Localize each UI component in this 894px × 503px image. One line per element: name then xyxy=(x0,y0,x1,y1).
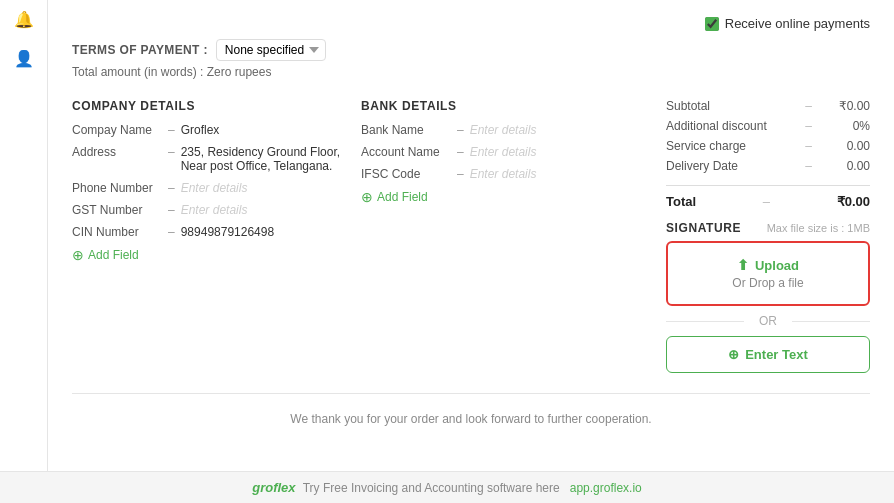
bank-details: BANK DETAILS Bank Name – Enter details A… xyxy=(361,99,650,373)
total-words: Total amount (in words) : Zero rupees xyxy=(72,65,870,79)
company-add-field-icon: ⊕ xyxy=(72,247,84,263)
terms-row: TERMS OF PAYMENT : None specified xyxy=(72,39,870,61)
enter-text-plus-icon: ⊕ xyxy=(728,347,739,362)
sig-title: SIGNATURE xyxy=(666,221,741,235)
bank-add-field-button[interactable]: ⊕ Add Field xyxy=(361,189,428,205)
right-panel: Subtotal – ₹0.00 Additional discount – 0… xyxy=(650,99,870,373)
sig-maxsize: Max file size is : 1MB xyxy=(767,222,870,234)
top-bar: Receive online payments xyxy=(72,16,870,31)
drop-text: Or Drop a file xyxy=(732,276,803,290)
service-row: Service charge – 0.00 xyxy=(666,139,870,153)
receive-payments: Receive online payments xyxy=(705,16,870,31)
enter-text-button[interactable]: ⊕ Enter Text xyxy=(666,336,870,373)
total-row: Total – ₹0.00 xyxy=(666,185,870,209)
ifsc-row: IFSC Code – Enter details xyxy=(361,167,650,181)
enter-text-label: Enter Text xyxy=(745,347,808,362)
bank-details-title: BANK DETAILS xyxy=(361,99,650,113)
subtotal-rows: Subtotal – ₹0.00 Additional discount – 0… xyxy=(666,99,870,173)
upload-label: Upload xyxy=(755,258,799,273)
discount-row: Additional discount – 0% xyxy=(666,119,870,133)
footer-bar: groflex Try Free Invoicing and Accountin… xyxy=(0,471,894,503)
terms-select[interactable]: None specified xyxy=(216,39,326,61)
page-wrapper: 🔔 👤 Receive online payments TERMS OF PAY… xyxy=(0,0,894,503)
address-row: Address – 235, Residency Ground Floor, N… xyxy=(72,145,361,173)
company-details: COMPANY DETAILS Compay Name – Groflex Ad… xyxy=(72,99,361,373)
bell-icon[interactable]: 🔔 xyxy=(14,10,34,29)
account-name-row: Account Name – Enter details xyxy=(361,145,650,159)
company-add-field-button[interactable]: ⊕ Add Field xyxy=(72,247,139,263)
sig-header: SIGNATURE Max file size is : 1MB xyxy=(666,221,870,235)
upload-box[interactable]: ⬆ Upload Or Drop a file xyxy=(666,241,870,306)
thank-you-row: We thank you for your order and look for… xyxy=(72,393,870,436)
phone-row: Phone Number – Enter details xyxy=(72,181,361,195)
footer-link[interactable]: app.groflex.io xyxy=(570,481,642,495)
user-icon[interactable]: 👤 xyxy=(14,49,34,68)
delivery-row: Delivery Date – 0.00 xyxy=(666,159,870,173)
signature-section: SIGNATURE Max file size is : 1MB ⬆ Uploa… xyxy=(666,221,870,373)
upload-btn-row: ⬆ Upload xyxy=(737,257,799,273)
receive-payments-label: Receive online payments xyxy=(725,16,870,31)
subtotal-row: Subtotal – ₹0.00 xyxy=(666,99,870,113)
footer-cta: Try Free Invoicing and Accounting softwa… xyxy=(303,481,560,495)
scroll-area: 🔔 👤 Receive online payments TERMS OF PAY… xyxy=(0,0,894,471)
upload-icon: ⬆ xyxy=(737,257,749,273)
company-details-title: COMPANY DETAILS xyxy=(72,99,361,113)
bank-name-row: Bank Name – Enter details xyxy=(361,123,650,137)
terms-label: TERMS OF PAYMENT : xyxy=(72,43,208,57)
company-name-row: Compay Name – Groflex xyxy=(72,123,361,137)
cin-row: CIN Number – 98949879126498 xyxy=(72,225,361,239)
main-content: Receive online payments TERMS OF PAYMENT… xyxy=(48,0,894,471)
bank-add-field-icon: ⊕ xyxy=(361,189,373,205)
gst-row: GST Number – Enter details xyxy=(72,203,361,217)
receive-payments-checkbox[interactable] xyxy=(705,17,719,31)
sidebar: 🔔 👤 xyxy=(0,0,48,471)
brand-logo: groflex xyxy=(252,480,295,495)
or-divider: OR xyxy=(666,314,870,328)
